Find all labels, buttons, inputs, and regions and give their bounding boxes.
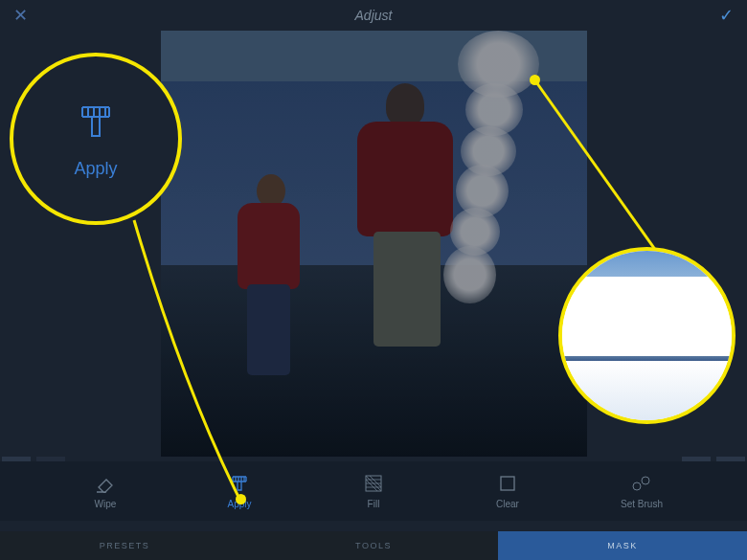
tool-fill[interactable]: Fill xyxy=(335,473,412,509)
annotation-dot xyxy=(236,494,246,504)
close-icon[interactable]: ✕ xyxy=(13,5,33,26)
eraser-icon xyxy=(95,473,116,494)
tool-clear[interactable]: Clear xyxy=(469,473,546,509)
tab-presets[interactable]: PRESETS xyxy=(0,531,249,560)
tab-tools[interactable]: TOOLS xyxy=(249,531,498,560)
photo-subject xyxy=(352,83,467,380)
annotation-zoom-detail-content xyxy=(562,251,732,420)
tool-set-brush[interactable]: Set Brush xyxy=(603,473,680,509)
brush-settings-icon xyxy=(631,473,652,494)
brush-icon xyxy=(75,100,117,146)
tool-label: Wipe xyxy=(95,499,117,509)
tab-label: PRESETS xyxy=(100,541,150,550)
svg-point-5 xyxy=(642,477,649,484)
confirm-icon[interactable]: ✓ xyxy=(714,5,734,26)
tool-label: Set Brush xyxy=(621,499,663,509)
tab-label: TOOLS xyxy=(355,541,392,550)
annotation-zoom-detail xyxy=(558,247,736,424)
brush-icon xyxy=(229,473,250,494)
mask-toolbar: Wipe Apply Fill Clear Set Brush xyxy=(0,461,747,521)
annotation-zoom-label: Apply xyxy=(74,159,117,179)
photo-subject xyxy=(233,174,309,380)
svg-point-4 xyxy=(633,482,641,490)
page-title: Adjust xyxy=(355,8,393,23)
tab-label: MASK xyxy=(607,541,638,550)
tool-label: Fill xyxy=(368,499,380,509)
clear-rect-icon xyxy=(497,473,518,494)
edited-photo[interactable] xyxy=(161,31,587,457)
header-bar: ✕ Adjust ✓ xyxy=(0,0,747,31)
fill-pattern-icon xyxy=(363,473,384,494)
annotation-zoom-tool: Apply xyxy=(10,53,182,225)
tab-mask[interactable]: MASK xyxy=(498,531,747,560)
mask-brush-stroke xyxy=(458,31,534,313)
tool-label: Clear xyxy=(496,499,519,509)
tool-wipe[interactable]: Wipe xyxy=(67,473,144,509)
annotation-dot xyxy=(530,75,540,85)
bottom-tab-bar: PRESETS TOOLS MASK xyxy=(0,531,747,560)
svg-rect-3 xyxy=(501,477,514,490)
